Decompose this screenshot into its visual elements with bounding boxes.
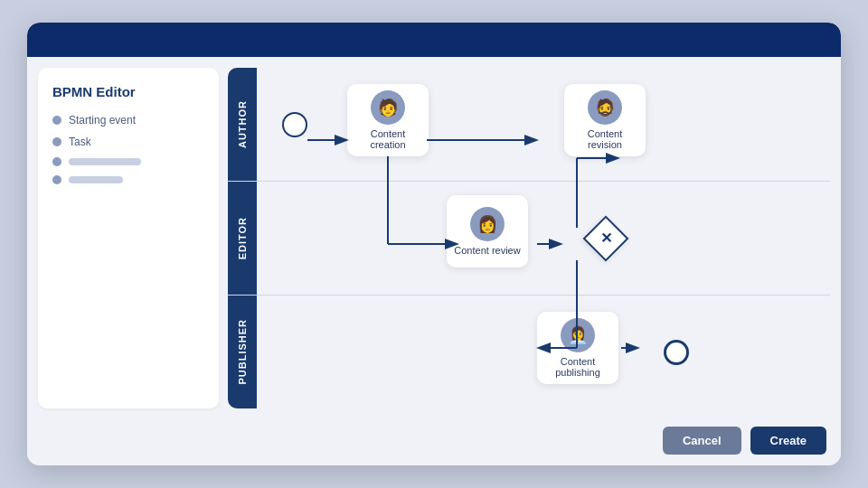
gateway-x-icon: ✕ [600,231,612,246]
content-creation-label: Content creation [354,128,421,150]
swimlane-publisher: Publisher 👩‍💼 Content publishing [228,296,830,408]
editor-avatar: 👩 [470,207,505,241]
legend-bar-item-2 [69,176,123,183]
content-review-label: Content review [454,245,520,256]
legend-starting-event: Starting event [52,114,204,127]
editor-label-wrap: Editor [228,182,257,295]
swimlanes-container: Author 🧑 Content creation 🧔 C [228,68,830,408]
sidebar: BPMN Editor Starting event Task [38,68,219,408]
cancel-button[interactable]: Cancel [663,427,741,455]
bar1-dot [52,157,61,166]
swimlane-editor: Editor 👩 Content review ✕ [228,182,830,296]
gateway[interactable]: ✕ [583,215,629,261]
publisher-label: Publisher [237,319,248,385]
legend-task: Task [52,136,204,148]
task-content-publishing[interactable]: 👩‍💼 Content publishing [537,312,618,384]
content-publishing-label: Content publishing [544,356,611,378]
create-button[interactable]: Create [750,427,826,455]
content-revision-label: Content revision [571,128,638,150]
publisher-label-wrap: Publisher [228,296,257,408]
bpmn-canvas: Author 🧑 Content creation 🧔 C [228,68,830,408]
legend-bar-1 [52,157,204,166]
starting-event-label: Starting event [69,114,136,127]
task-content-review[interactable]: 👩 Content review [447,195,528,267]
swimlane-author: Author 🧑 Content creation 🧔 C [228,68,830,182]
editor-content: 👩 Content review ✕ [257,182,830,295]
task-label: Task [69,136,91,148]
sidebar-title: BPMN Editor [52,84,204,99]
author-label-wrap: Author [228,68,257,181]
legend-bar-2 [52,175,204,184]
task-content-creation[interactable]: 🧑 Content creation [347,84,429,156]
task-dot [52,137,61,146]
publisher-content: 👩‍💼 Content publishing [257,296,830,408]
legend-bar-item-1 [69,158,141,165]
author-content: 🧑 Content creation 🧔 Content revision [257,68,830,181]
author-avatar-creation: 🧑 [371,90,405,125]
editor-label: Editor [237,217,248,259]
starting-event-dot [52,116,61,125]
title-bar [27,23,841,57]
main-area: BPMN Editor Starting event Task [27,57,841,419]
author-label: Author [237,100,248,148]
footer: Cancel Create [27,419,841,465]
end-event[interactable] [664,340,689,365]
publisher-avatar: 👩‍💼 [561,318,595,352]
bar2-dot [52,175,61,184]
task-content-revision[interactable]: 🧔 Content revision [564,84,646,156]
main-window: BPMN Editor Starting event Task [27,23,841,465]
author-avatar-revision: 🧔 [588,90,622,125]
start-event[interactable] [282,112,307,137]
